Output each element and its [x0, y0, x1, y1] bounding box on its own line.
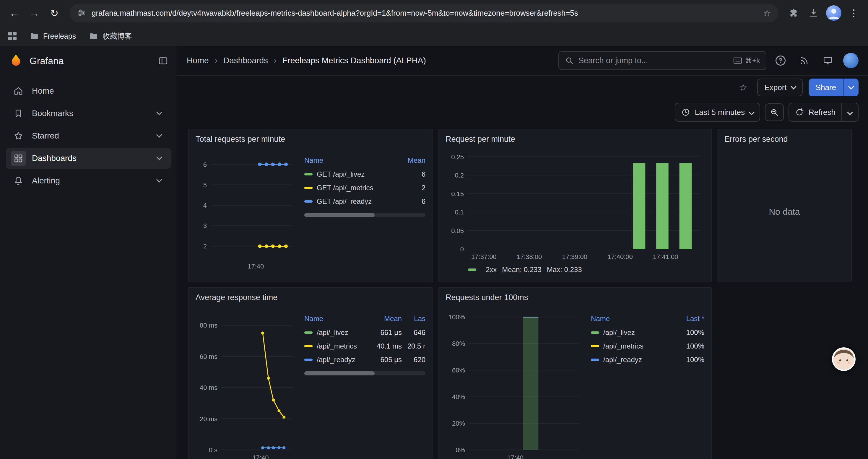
chevron-down-icon[interactable]: [156, 177, 162, 183]
zoom-out-button[interactable]: [765, 103, 784, 121]
series-toggle[interactable]: /api/_livez: [304, 328, 368, 337]
total-requests-chart[interactable]: 2345617:40: [195, 146, 297, 271]
forward-icon: →: [29, 7, 39, 19]
requests-under-100ms-chart[interactable]: 0%20%40%60%80%100%17:40: [445, 304, 584, 459]
kebab-menu-icon: ⋮: [849, 7, 859, 19]
monitor-icon: [823, 56, 833, 66]
favorite-dashboard-button[interactable]: ☆: [735, 79, 751, 96]
series-toggle[interactable]: GET /api/_readyz: [304, 197, 398, 205]
chevron-down-icon[interactable]: [156, 109, 162, 115]
scrollbar-thumb[interactable]: [304, 213, 375, 217]
browser-menu-button[interactable]: ⋮: [844, 4, 863, 23]
sidebar-item-alerting[interactable]: Alerting: [6, 170, 171, 191]
series-name[interactable]: 2xx: [486, 266, 497, 274]
request-per-minute-chart[interactable]: 00.050.10.150.20.2517:37:0017:38:0017:39…: [445, 146, 704, 262]
share-menu-button[interactable]: [843, 78, 859, 96]
grafana-logo-icon[interactable]: [8, 53, 24, 68]
breadcrumb-dashboards[interactable]: Dashboards: [223, 56, 268, 65]
series-color-swatch: [304, 359, 313, 361]
series-name: GET /api/_readyz: [317, 197, 372, 205]
bookmark-folder-freeleaps[interactable]: Freeleaps: [30, 31, 76, 41]
series-mean: Mean: 0.233: [502, 266, 541, 274]
reload-icon: ↻: [50, 7, 59, 19]
chevron-down-icon[interactable]: [156, 154, 162, 160]
export-button[interactable]: Export: [757, 78, 802, 96]
forward-button[interactable]: →: [25, 4, 44, 23]
share-button[interactable]: Share: [809, 78, 843, 96]
series-toggle[interactable]: /api/_readyz: [304, 356, 368, 364]
kiosk-mode-button[interactable]: [818, 51, 837, 70]
sidebar-item-label: Home: [32, 86, 54, 96]
legend-header-last[interactable]: Las: [402, 315, 426, 323]
extensions-button[interactable]: [784, 4, 803, 23]
bookmark-folder-blogs[interactable]: 收藏博客: [89, 31, 132, 41]
legend-header-last[interactable]: Last *: [673, 315, 704, 323]
panel-title[interactable]: Errors per second: [724, 133, 844, 146]
sidebar-item-starred[interactable]: Starred: [6, 125, 171, 146]
panel-title[interactable]: Total requests per minute: [195, 133, 426, 146]
series-toggle[interactable]: /api/_readyz: [591, 356, 673, 364]
help-button[interactable]: ?: [771, 51, 790, 70]
series-mean: 6: [398, 197, 426, 205]
refresh-button[interactable]: Refresh: [789, 103, 841, 121]
breadcrumb-current: Freeleaps Metrics Dashboard (ALPHA): [282, 56, 426, 65]
series-last: 100%: [673, 342, 704, 350]
refresh-interval-button[interactable]: [841, 103, 858, 121]
sidebar-item-bookmarks[interactable]: Bookmarks: [6, 103, 171, 124]
search-input[interactable]: Search or jump to... ⌘+k: [558, 51, 766, 70]
scrollbar-thumb[interactable]: [304, 371, 375, 375]
sidebar-toggle-button[interactable]: [158, 56, 168, 66]
folder-icon: [89, 31, 98, 41]
legend-table: Name Mean Las /api/_livez 661 µs 646 /ap…: [304, 313, 426, 459]
legend-header-row: Name Last *: [591, 313, 704, 326]
floating-assistant-avatar[interactable]: [832, 347, 856, 371]
svg-text:17:40: 17:40: [507, 454, 524, 459]
series-toggle[interactable]: /api/_metrics: [591, 342, 673, 350]
browser-chrome: ← → ↻ grafana.mathmast.com/d/deytv4rwava…: [0, 0, 868, 46]
bookmark-star-icon[interactable]: ☆: [763, 8, 771, 18]
chevron-down-icon[interactable]: [156, 132, 162, 138]
apps-grid-icon[interactable]: [8, 32, 17, 40]
sidebar-item-home[interactable]: Home: [6, 80, 171, 102]
site-info-icon[interactable]: [77, 8, 86, 18]
legend-row: /api/_livez 100%: [591, 326, 704, 339]
legend-header-name[interactable]: Name: [591, 315, 673, 323]
panel-title[interactable]: Average response time: [195, 291, 426, 304]
back-icon: ←: [9, 7, 19, 19]
series-toggle[interactable]: GET /api/_metrics: [304, 184, 398, 192]
address-bar[interactable]: grafana.mathmast.com/d/deytv4rwavabkb/fr…: [70, 4, 778, 23]
time-range-group: Last 5 minutes: [675, 103, 760, 122]
panel-title[interactable]: Requests under 100ms: [445, 291, 704, 304]
legend-scrollbar[interactable]: [304, 371, 426, 375]
legend-header-name[interactable]: Name: [304, 156, 398, 165]
user-avatar[interactable]: [843, 53, 859, 68]
panel-title[interactable]: Request per minute: [445, 133, 704, 146]
series-toggle[interactable]: /api/_livez: [591, 328, 673, 337]
grafana-sidebar: Grafana Home Bookmarks Starred D: [0, 46, 177, 459]
time-range-picker[interactable]: Last 5 minutes: [675, 103, 760, 121]
profile-button[interactable]: [824, 4, 843, 23]
downloads-button[interactable]: [804, 4, 823, 23]
legend-scrollbar[interactable]: [304, 213, 426, 217]
url-text[interactable]: grafana.mathmast.com/d/deytv4rwavabkb/fr…: [92, 8, 758, 18]
series-name: /api/_readyz: [603, 356, 642, 364]
series-color-swatch: [591, 331, 599, 334]
legend-row: /api/_metrics 100%: [591, 339, 704, 353]
series-toggle[interactable]: /api/_metrics: [304, 342, 368, 350]
legend-header-mean[interactable]: Mean: [368, 315, 402, 323]
news-rss-button[interactable]: [795, 51, 814, 70]
legend-header-mean[interactable]: Mean: [398, 156, 426, 165]
sidebar-item-dashboards[interactable]: Dashboards: [6, 148, 171, 169]
back-button[interactable]: ←: [5, 4, 24, 23]
legend-header-row: Name Mean Las: [304, 313, 426, 326]
breadcrumb-home[interactable]: Home: [187, 56, 209, 65]
sidebar-item-label: Starred: [32, 131, 59, 140]
average-response-time-chart[interactable]: 0 s20 ms40 ms60 ms80 ms17:40: [195, 304, 297, 459]
series-toggle[interactable]: GET /api/_livez: [304, 170, 398, 178]
sidebar-item-label: Dashboards: [32, 154, 76, 163]
legend-row: /api/_metrics 40.1 ms 20.5 r: [304, 339, 426, 353]
legend-header-name[interactable]: Name: [304, 315, 368, 323]
chevron-down-icon: [790, 84, 797, 90]
series-mean: 6: [398, 170, 426, 178]
reload-button[interactable]: ↻: [45, 4, 64, 23]
